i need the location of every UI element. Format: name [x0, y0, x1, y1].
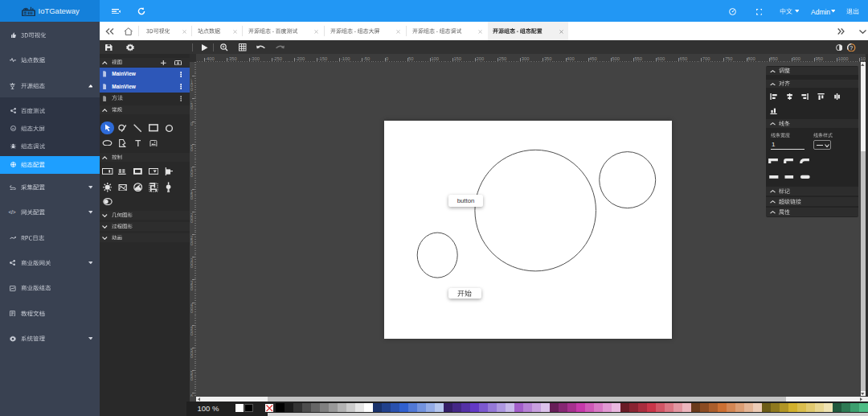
svg-text:?: ? [850, 44, 853, 50]
